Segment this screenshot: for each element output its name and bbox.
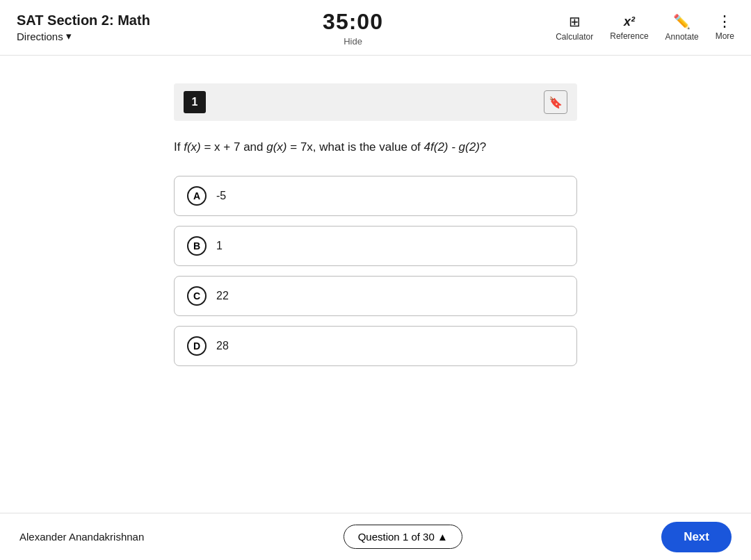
calculator-button[interactable]: ⊞ Calculator	[556, 13, 593, 42]
choice-d-value: 28	[216, 340, 229, 352]
choice-b-value: 1	[216, 240, 223, 252]
choice-d-label: D	[187, 336, 207, 356]
choice-a[interactable]: A -5	[174, 176, 577, 216]
main-content: 1 🔖 If f(x) = x + 7 and g(x) = 7x, what …	[0, 56, 751, 513]
directions-button[interactable]: Directions ▾	[17, 30, 150, 42]
choice-c-label: C	[187, 286, 207, 306]
timer-section: 35:00 Hide	[323, 9, 383, 47]
hide-button[interactable]: Hide	[344, 36, 362, 47]
header-left: SAT Section 2: Math Directions ▾	[17, 13, 150, 42]
bookmark-icon: 🔖	[549, 96, 563, 109]
page-title: SAT Section 2: Math	[17, 13, 150, 28]
annotate-label: Annotate	[665, 32, 699, 42]
student-name: Alexander Anandakrishnan	[19, 531, 144, 543]
annotate-button[interactable]: ✏️ Annotate	[665, 13, 699, 42]
directions-chevron-icon: ▾	[66, 30, 72, 42]
bookmark-button[interactable]: 🔖	[544, 90, 567, 114]
next-button[interactable]: Next	[661, 522, 732, 552]
question-container: 1 🔖 If f(x) = x + 7 and g(x) = 7x, what …	[174, 83, 577, 485]
choice-b-label: B	[187, 236, 207, 256]
calculator-label: Calculator	[556, 32, 593, 42]
question-text: If f(x) = x + 7 and g(x) = 7x, what is t…	[174, 138, 577, 156]
timer-display: 35:00	[323, 9, 383, 35]
choice-a-value: -5	[216, 190, 226, 202]
choice-b[interactable]: B 1	[174, 226, 577, 266]
annotate-icon: ✏️	[673, 13, 691, 30]
tools-section: ⊞ Calculator x² Reference ✏️ Annotate ⋮ …	[556, 13, 734, 42]
choice-c[interactable]: C 22	[174, 276, 577, 316]
reference-icon: x²	[624, 15, 635, 29]
choice-a-label: A	[187, 186, 207, 206]
choice-c-value: 22	[216, 290, 229, 302]
question-nav-label: Question 1 of 30 ▲	[358, 531, 448, 543]
calculator-icon: ⊞	[569, 13, 581, 30]
choice-d[interactable]: D 28	[174, 326, 577, 366]
question-header-bar: 1 🔖	[174, 83, 577, 121]
more-icon: ⋮	[717, 14, 732, 29]
more-button[interactable]: ⋮ More	[716, 14, 734, 41]
header: SAT Section 2: Math Directions ▾ 35:00 H…	[0, 0, 751, 56]
directions-label: Directions	[17, 31, 63, 42]
question-number: 1	[184, 91, 206, 113]
footer: Alexander Anandakrishnan Question 1 of 3…	[0, 513, 751, 560]
more-label: More	[716, 31, 734, 41]
question-nav-button[interactable]: Question 1 of 30 ▲	[344, 525, 462, 549]
reference-button[interactable]: x² Reference	[610, 15, 648, 41]
reference-label: Reference	[610, 31, 648, 41]
